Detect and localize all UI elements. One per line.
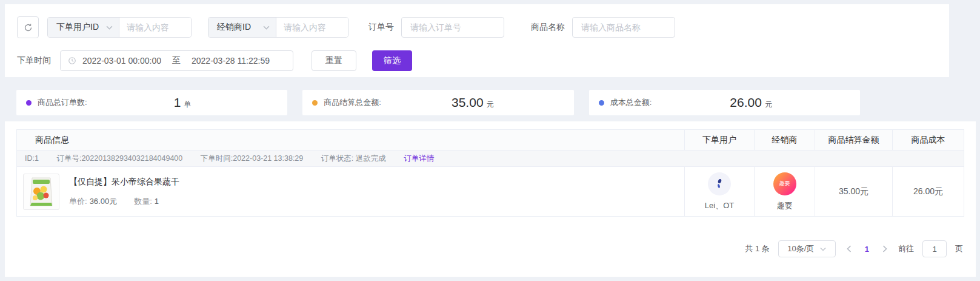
product-name-input[interactable] (572, 17, 675, 38)
order-product-row: 【仅自提】呆小帝综合果蔬干 单价:36.00元 数量:1 Lei、OT (17, 167, 964, 217)
dealer-avatar: 趣耍 (773, 172, 796, 195)
order-status: 订单状态: 退款完成 (321, 154, 386, 163)
header-settle-amount: 商品结算金额 (815, 130, 893, 151)
goto-page-input[interactable] (922, 240, 947, 257)
stat-unit: 单 (184, 100, 191, 110)
order-meta-row: ID:1 订单号:202201382934032184049400 下单时间:2… (17, 151, 964, 167)
dealer-name: 趣耍 (777, 201, 793, 210)
orders-table-panel: 商品信息 下单用户 经销商 商品结算金额 商品成本 ID:1 订单号:20220… (5, 121, 976, 277)
next-page-button[interactable] (880, 245, 890, 252)
order-no-label: 订单号 (368, 22, 394, 33)
buyer-id-filter-group: 下单用户ID (47, 17, 192, 38)
header-dealer: 经销商 (755, 130, 815, 151)
stat-card-order-count: 商品总订单数: 1 单 (16, 90, 287, 115)
pagination-total: 共 1 条 (745, 243, 769, 254)
dealer-id-filter-group: 经销商ID (208, 17, 348, 38)
order-time-range-input[interactable]: 2022-03-01 00:00:00 至 2022-03-28 11:22:5… (60, 50, 293, 71)
page-number-current[interactable]: 1 (862, 245, 872, 254)
stat-value: 26.00 (730, 95, 762, 110)
stat-cards: 商品总订单数: 1 单 商品结算总金额: 35.00 元 成本总金额: 26.0… (16, 90, 860, 115)
dealer-id-input[interactable] (276, 18, 348, 37)
purple-dot-icon (26, 100, 32, 106)
order-no-input[interactable] (401, 17, 504, 38)
order-time-start: 2022-03-01 00:00:00 (82, 56, 161, 66)
stat-card-cost-total: 成本总金额: 26.00 元 (589, 90, 860, 115)
pagination: 共 1 条 10条/页 1 前往 页 (16, 240, 964, 257)
dealer-id-select-value: 经销商ID (217, 22, 251, 33)
product-title: 【仅自提】呆小帝综合果蔬干 (69, 177, 179, 188)
chevron-down-icon (820, 247, 826, 251)
chevron-down-icon (106, 25, 113, 30)
filter-panel: 下单用户ID 经销商ID 订单号 商品名称 下单时间 (5, 4, 949, 77)
header-buyer: 下单用户 (685, 130, 755, 151)
goto-label: 前往 (898, 243, 914, 254)
orders-table: 商品信息 下单用户 经销商 商品结算金额 商品成本 ID:1 订单号:20220… (16, 129, 964, 217)
buyer-id-select-value: 下单用户ID (56, 22, 99, 33)
chevron-down-icon (263, 25, 270, 30)
header-product-info: 商品信息 (17, 130, 685, 151)
orange-dot-icon (312, 100, 318, 106)
product-info-cell: 【仅自提】呆小帝综合果蔬干 单价:36.00元 数量:1 (17, 167, 685, 217)
filter-row-2: 下单时间 2022-03-01 00:00:00 至 2022-03-28 11… (17, 50, 949, 71)
cost-cell: 26.00元 (893, 167, 964, 217)
dealer-avatar-text: 趣耍 (779, 180, 790, 188)
table-header-row: 商品信息 下单用户 经销商 商品结算金额 商品成本 (17, 130, 964, 151)
blue-dot-icon (599, 100, 604, 106)
reset-button[interactable]: 重置 (312, 50, 356, 71)
settle-amount-cell: 35.00元 (815, 167, 893, 217)
product-name-label: 商品名称 (531, 22, 565, 33)
filter-button[interactable]: 筛选 (372, 50, 412, 71)
buyer-id-select[interactable]: 下单用户ID (48, 18, 119, 37)
stat-label: 成本总金额: (610, 97, 652, 108)
order-detail-link[interactable]: 订单详情 (404, 154, 434, 163)
page-label: 页 (955, 243, 963, 254)
order-time-separator: 至 (167, 55, 185, 66)
stat-value: 35.00 (452, 95, 484, 110)
stat-card-settle-total: 商品结算总金额: 35.00 元 (302, 90, 573, 115)
order-id: ID:1 (25, 154, 39, 163)
product-image (23, 174, 59, 210)
order-no: 订单号:202201382934032184049400 (56, 154, 182, 163)
refresh-icon (24, 23, 33, 32)
header-cost: 商品成本 (893, 130, 964, 151)
order-time-end: 2022-03-28 11:22:59 (192, 56, 270, 66)
dealer-cell: 趣耍 趣耍 (755, 167, 815, 217)
stat-label: 商品结算总金额: (324, 97, 381, 108)
buyer-avatar (708, 172, 731, 195)
filter-row-1: 下单用户ID 经销商ID 订单号 商品名称 (17, 16, 949, 38)
product-price: 单价:36.00元 (69, 196, 117, 207)
stat-value: 1 (174, 95, 181, 110)
dealer-id-select[interactable]: 经销商ID (208, 18, 276, 37)
order-time-label: 下单时间 (17, 55, 51, 66)
refresh-button[interactable] (17, 16, 39, 38)
order-time: 下单时间:2022-03-21 13:38:29 (201, 154, 304, 163)
buyer-cell: Lei、OT (685, 167, 755, 217)
stat-unit: 元 (765, 100, 772, 110)
product-text: 【仅自提】呆小帝综合果蔬干 单价:36.00元 数量:1 (69, 177, 179, 207)
stat-label: 商品总订单数: (38, 97, 87, 108)
page-size-value: 10条/页 (787, 243, 814, 254)
buyer-id-input[interactable] (119, 18, 191, 37)
prev-page-button[interactable] (844, 245, 854, 252)
chevron-left-icon (847, 245, 852, 252)
chevron-right-icon (882, 245, 887, 252)
product-qty: 数量:1 (134, 196, 159, 207)
page-size-select[interactable]: 10条/页 (778, 240, 836, 257)
buyer-name: Lei、OT (705, 201, 734, 210)
clock-icon (68, 56, 76, 65)
stat-unit: 元 (487, 100, 494, 110)
